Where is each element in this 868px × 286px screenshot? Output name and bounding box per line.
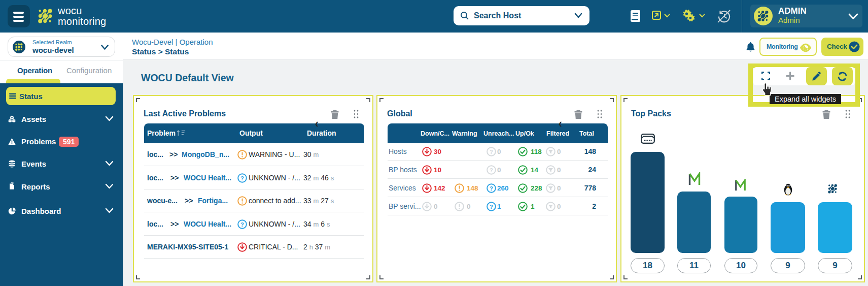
svg-text:?: ? bbox=[490, 167, 493, 173]
svg-text:?: ? bbox=[240, 175, 244, 181]
svg-text:?: ? bbox=[240, 221, 244, 227]
svg-text:?: ? bbox=[490, 185, 493, 192]
svg-text:?: ? bbox=[490, 149, 493, 155]
svg-text:?: ? bbox=[490, 204, 493, 210]
